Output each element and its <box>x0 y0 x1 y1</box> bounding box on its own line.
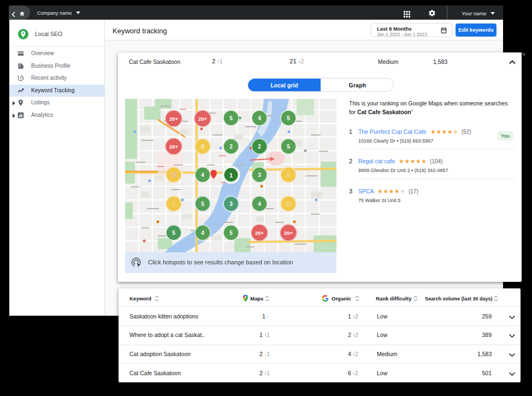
svg-text:5: 5 <box>287 144 290 150</box>
svg-text:5: 5 <box>201 201 204 207</box>
svg-text:4: 4 <box>201 172 204 178</box>
svg-text:5: 5 <box>229 115 233 121</box>
svg-text:18: 18 <box>170 172 177 178</box>
svg-text:20+: 20+ <box>169 116 179 122</box>
svg-text:20+: 20+ <box>284 230 293 236</box>
svg-text:5: 5 <box>229 230 233 236</box>
svg-text:2: 2 <box>229 144 233 150</box>
svg-text:4: 4 <box>201 230 204 236</box>
svg-text:1: 1 <box>229 172 233 179</box>
svg-text:20+: 20+ <box>169 144 179 150</box>
svg-text:2: 2 <box>258 144 261 150</box>
svg-text:4: 4 <box>258 201 261 207</box>
svg-text:8: 8 <box>201 144 204 150</box>
svg-text:12: 12 <box>285 201 292 207</box>
svg-text:3: 3 <box>258 172 261 178</box>
svg-text:5: 5 <box>172 230 175 236</box>
svg-text:20+: 20+ <box>255 230 264 236</box>
svg-text:4: 4 <box>258 115 261 121</box>
svg-text:20+: 20+ <box>198 116 208 122</box>
svg-text:5: 5 <box>287 115 290 121</box>
svg-text:7: 7 <box>172 201 175 207</box>
svg-text:3: 3 <box>229 201 233 207</box>
svg-text:6: 6 <box>287 172 290 178</box>
